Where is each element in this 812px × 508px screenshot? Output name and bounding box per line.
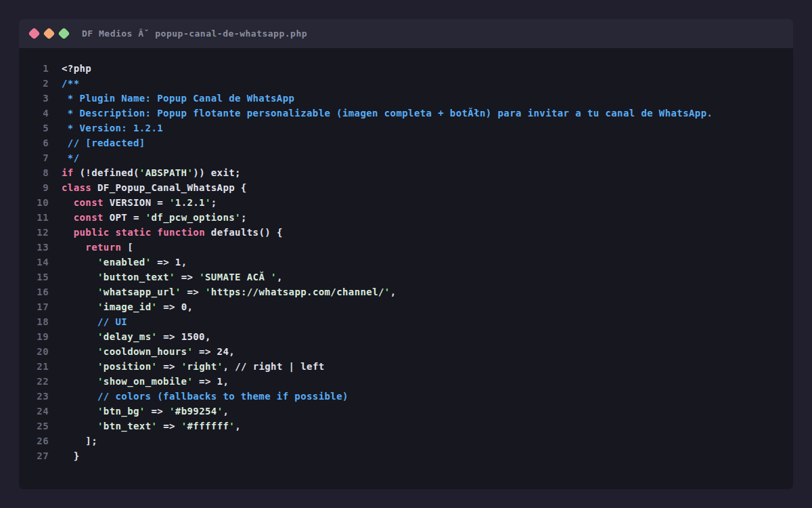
code-text: 'show_on_mobile' => 1, bbox=[62, 374, 229, 389]
code-line: 23 // colors (fallbacks to theme if poss… bbox=[19, 389, 793, 404]
zoom-button[interactable] bbox=[58, 27, 70, 39]
code-text: 'btn_bg' => '#b99254', bbox=[62, 404, 229, 419]
titlebar: DF Medios Âˇ popup-canal-de-whatsapp.php bbox=[19, 19, 793, 48]
window-title: DF Medios Âˇ popup-canal-de-whatsapp.php bbox=[82, 28, 307, 39]
line-number: 13 bbox=[19, 240, 49, 255]
code-text: // colors (fallbacks to theme if possibl… bbox=[62, 389, 348, 404]
code-line: 3 * Plugin Name: Popup Canal de WhatsApp bbox=[19, 91, 793, 106]
code-text: public static function defaults() { bbox=[62, 225, 283, 240]
line-number: 27 bbox=[19, 448, 49, 463]
code-text: 'image_id' => 0, bbox=[62, 299, 193, 314]
code-line: 17 'image_id' => 0, bbox=[19, 299, 793, 314]
code-text: const VERSION = '1.2.1'; bbox=[62, 195, 217, 210]
line-number: 11 bbox=[19, 210, 49, 225]
code-text: * Plugin Name: Popup Canal de WhatsApp bbox=[62, 91, 294, 106]
code-text: /** bbox=[62, 76, 80, 91]
code-line: 22 'show_on_mobile' => 1, bbox=[19, 374, 793, 389]
code-line: 19 'delay_ms' => 1500, bbox=[19, 329, 793, 344]
line-number: 12 bbox=[19, 225, 49, 240]
code-text: * Version: 1.2.1 bbox=[62, 121, 163, 135]
code-text: if (!defined('ABSPATH')) exit; bbox=[62, 165, 241, 180]
line-number: 8 bbox=[19, 165, 49, 180]
code-text: const OPT = 'df_pcw_options'; bbox=[62, 210, 247, 225]
code-line: 14 'enabled' => 1, bbox=[19, 255, 793, 270]
line-number: 3 bbox=[19, 91, 49, 106]
line-number: 2 bbox=[19, 76, 49, 91]
line-number: 25 bbox=[19, 419, 49, 433]
line-number: 10 bbox=[19, 195, 49, 210]
code-lines: 1<?php2/**3 * Plugin Name: Popup Canal d… bbox=[19, 61, 793, 463]
line-number: 5 bbox=[19, 121, 49, 135]
code-line: 26 ]; bbox=[19, 433, 793, 448]
code-text: 'position' => 'right', // right | left bbox=[62, 359, 325, 374]
code-text: 'whatsapp_url' => 'https://whatsapp.com/… bbox=[62, 284, 397, 299]
code-text: return [ bbox=[62, 240, 133, 255]
code-text: 'cooldown_hours' => 24, bbox=[62, 344, 235, 359]
code-line: 6 // [redacted] bbox=[19, 135, 793, 150]
code-text: <?php bbox=[62, 61, 91, 76]
line-number: 23 bbox=[19, 389, 49, 404]
line-number: 9 bbox=[19, 180, 49, 195]
code-text: ]; bbox=[62, 433, 97, 448]
line-number: 20 bbox=[19, 344, 49, 359]
traffic-lights bbox=[30, 29, 68, 38]
code-line: 18 // UI bbox=[19, 314, 793, 329]
line-number: 14 bbox=[19, 255, 49, 270]
code-line: 24 'btn_bg' => '#b99254', bbox=[19, 404, 793, 419]
code-line: 5 * Version: 1.2.1 bbox=[19, 121, 793, 135]
code-editor: 1<?php2/**3 * Plugin Name: Popup Canal d… bbox=[19, 48, 793, 463]
code-text: // UI bbox=[62, 314, 127, 329]
code-text: 'button_text' => 'SUMATE ACĂ ', bbox=[62, 270, 283, 284]
code-line: 4 * Description: Popup flotante personal… bbox=[19, 106, 793, 121]
code-text: class DF_Popup_Canal_WhatsApp { bbox=[62, 180, 247, 195]
line-number: 21 bbox=[19, 359, 49, 374]
code-text: * Description: Popup flotante personaliz… bbox=[62, 106, 713, 121]
line-number: 15 bbox=[19, 270, 49, 284]
code-line: 13 return [ bbox=[19, 240, 793, 255]
line-number: 24 bbox=[19, 404, 49, 419]
line-number: 6 bbox=[19, 135, 49, 150]
code-line: 11 const OPT = 'df_pcw_options'; bbox=[19, 210, 793, 225]
code-line: 9class DF_Popup_Canal_WhatsApp { bbox=[19, 180, 793, 195]
code-line: 2/** bbox=[19, 76, 793, 91]
close-button[interactable] bbox=[28, 27, 40, 39]
line-number: 4 bbox=[19, 106, 49, 121]
line-number: 18 bbox=[19, 314, 49, 329]
line-number: 16 bbox=[19, 284, 49, 299]
line-number: 1 bbox=[19, 61, 49, 76]
code-line: 1<?php bbox=[19, 61, 793, 76]
code-line: 7 */ bbox=[19, 150, 793, 165]
code-line: 8if (!defined('ABSPATH')) exit; bbox=[19, 165, 793, 180]
line-number: 26 bbox=[19, 433, 49, 448]
code-line: 20 'cooldown_hours' => 24, bbox=[19, 344, 793, 359]
line-number: 7 bbox=[19, 150, 49, 165]
code-line: 15 'button_text' => 'SUMATE ACĂ ', bbox=[19, 270, 793, 284]
code-text: 'delay_ms' => 1500, bbox=[62, 329, 211, 344]
code-line: 25 'btn_text' => '#ffffff', bbox=[19, 419, 793, 433]
code-line: 21 'position' => 'right', // right | lef… bbox=[19, 359, 793, 374]
code-line: 12 public static function defaults() { bbox=[19, 225, 793, 240]
minimize-button[interactable] bbox=[43, 27, 55, 39]
code-line: 27 } bbox=[19, 448, 793, 463]
code-text: } bbox=[62, 448, 80, 463]
line-number: 22 bbox=[19, 374, 49, 389]
code-text: 'enabled' => 1, bbox=[62, 255, 187, 270]
code-text: 'btn_text' => '#ffffff', bbox=[62, 419, 241, 433]
line-number: 17 bbox=[19, 299, 49, 314]
code-line: 10 const VERSION = '1.2.1'; bbox=[19, 195, 793, 210]
editor-window: DF Medios Âˇ popup-canal-de-whatsapp.php… bbox=[19, 19, 793, 489]
code-text: // [redacted] bbox=[62, 135, 145, 150]
code-line: 16 'whatsapp_url' => 'https://whatsapp.c… bbox=[19, 284, 793, 299]
line-number: 19 bbox=[19, 329, 49, 344]
code-text: */ bbox=[62, 150, 80, 165]
